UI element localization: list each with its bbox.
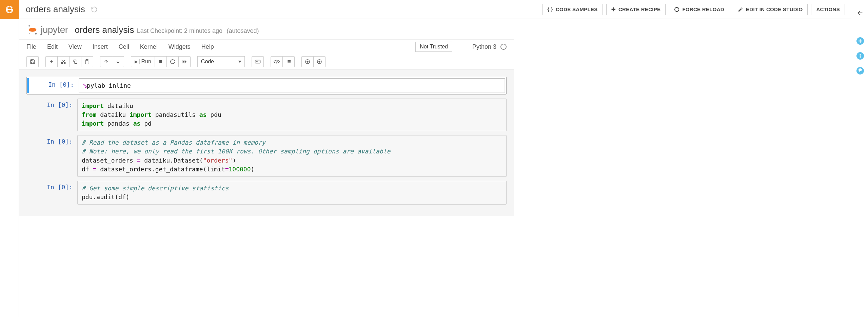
- save-button[interactable]: [26, 56, 39, 67]
- page-title: orders analysis: [26, 4, 85, 15]
- cell-input[interactable]: # Get some simple descriptive statistics…: [77, 181, 507, 205]
- cell-type-select[interactable]: Code: [197, 56, 245, 67]
- kernel-status-icon: [500, 44, 507, 50]
- run-label: Run: [141, 59, 151, 65]
- create-recipe-button[interactable]: ✚ CREATE RECIPE: [606, 4, 666, 15]
- edit-code-studio-button[interactable]: EDIT IN CODE STUDIO: [733, 4, 808, 15]
- menu-insert[interactable]: Insert: [93, 42, 108, 52]
- checkpoint-text: Last Checkpoint: 2 minutes ago: [137, 27, 222, 34]
- cell-prompt: In [0]:: [26, 181, 77, 205]
- force-reload-button[interactable]: FORCE RELOAD: [669, 4, 729, 15]
- chat-circle-icon[interactable]: [856, 66, 865, 75]
- notebook-wrapper: jupyter orders analysis Last Checkpoint:…: [19, 19, 852, 317]
- menu-items: File Edit View Insert Cell Kernel Widget…: [26, 42, 214, 52]
- svg-point-2: [35, 33, 37, 35]
- back-arrow-icon[interactable]: [855, 8, 865, 18]
- cell-input[interactable]: import dataiku from dataiku import panda…: [77, 99, 507, 131]
- cell-prompt: In [0]:: [26, 99, 77, 131]
- kernel-indicator[interactable]: Python 3: [466, 43, 507, 50]
- info-circle-icon[interactable]: [856, 51, 865, 60]
- menu-view[interactable]: View: [68, 42, 82, 52]
- menu-kernel[interactable]: Kernel: [140, 42, 158, 52]
- cell-input[interactable]: %pylab inline: [79, 78, 505, 93]
- cell-prompt: In [0]:: [26, 135, 77, 176]
- cell-input[interactable]: # Read the dataset as a Pandas dataframe…: [77, 135, 507, 176]
- restart-run-all-button[interactable]: [178, 56, 191, 67]
- kernel-name: Python 3: [472, 43, 496, 50]
- svg-point-4: [61, 62, 63, 64]
- button-label: EDIT IN CODE STUDIO: [746, 6, 803, 12]
- code-cell[interactable]: In [0]: import dataiku from dataiku impo…: [26, 99, 507, 131]
- jupyter-logo[interactable]: jupyter: [26, 24, 68, 36]
- interrupt-button[interactable]: [155, 56, 167, 67]
- menu-edit[interactable]: Edit: [47, 42, 58, 52]
- button-label: CODE SAMPLES: [556, 6, 598, 12]
- right-sidebar: [852, 0, 868, 317]
- code-cell[interactable]: In [0]: %pylab inline: [26, 77, 507, 94]
- jupyter-header: jupyter orders analysis Last Checkpoint:…: [19, 19, 514, 39]
- run-icon: ▶: [135, 59, 138, 64]
- braces-icon: { }: [547, 6, 553, 12]
- jupyter-brand-text: jupyter: [41, 24, 68, 35]
- autosave-text: (autosaved): [226, 27, 259, 34]
- button-label: CREATE RECIPE: [618, 6, 660, 12]
- svg-rect-6: [75, 61, 77, 63]
- svg-point-1: [28, 25, 30, 27]
- code-cell[interactable]: In [0]: # Get some simple descriptive st…: [26, 181, 507, 205]
- svg-point-12: [307, 61, 308, 62]
- copy-button[interactable]: [69, 56, 81, 67]
- svg-point-10: [276, 61, 277, 62]
- code-cell[interactable]: In [0]: # Read the dataset as a Pandas d…: [26, 135, 507, 176]
- move-down-button[interactable]: [112, 56, 124, 67]
- svg-point-14: [319, 61, 320, 62]
- svg-point-17: [860, 54, 861, 55]
- menu-file[interactable]: File: [26, 42, 36, 52]
- notebook-title[interactable]: orders analysis: [75, 25, 134, 35]
- run-button[interactable]: ▶| Run: [131, 56, 155, 67]
- pencil-icon: [738, 7, 743, 12]
- reload-icon: [674, 7, 679, 12]
- cell-type-value: Code: [197, 56, 245, 67]
- button-label: FORCE RELOAD: [682, 6, 724, 12]
- command-palette-button[interactable]: [252, 56, 264, 67]
- left-sidebar: [0, 0, 19, 317]
- cut-button[interactable]: [57, 56, 70, 67]
- insert-cell-button[interactable]: [45, 56, 58, 67]
- cells-area: In [0]: %pylab inline In [0]: import dat…: [19, 69, 514, 216]
- dataiku-logo[interactable]: [0, 0, 19, 19]
- jupyter-menubar: File Edit View Insert Cell Kernel Widget…: [19, 39, 514, 54]
- notebook-title-group: orders analysis Last Checkpoint: 2 minut…: [75, 25, 259, 35]
- cell-prompt: In [0]:: [28, 78, 79, 93]
- jupyter-logo-icon: [26, 24, 39, 36]
- list-button[interactable]: [282, 56, 295, 67]
- button-label: ACTIONS: [816, 6, 840, 12]
- svg-rect-8: [159, 60, 162, 63]
- code-samples-button[interactable]: { } CODE SAMPLES: [542, 4, 603, 15]
- svg-rect-7: [86, 59, 88, 60]
- restart-button[interactable]: [166, 56, 179, 67]
- menu-cell[interactable]: Cell: [119, 42, 129, 52]
- app-header: orders analysis { } CODE SAMPLES ✚ CREAT…: [19, 0, 852, 19]
- preview-button[interactable]: [271, 56, 283, 67]
- svg-point-3: [29, 33, 30, 34]
- extra-button-2[interactable]: [313, 56, 326, 67]
- menu-widgets[interactable]: Widgets: [169, 42, 191, 52]
- jupyter-toolbar: ▶| Run: [19, 54, 514, 69]
- plus-circle-icon[interactable]: [856, 37, 865, 45]
- header-buttons: { } CODE SAMPLES ✚ CREATE RECIPE FORCE R…: [542, 4, 845, 15]
- extra-button-1[interactable]: [301, 56, 314, 67]
- paste-button[interactable]: [81, 56, 93, 67]
- move-up-button[interactable]: [100, 56, 112, 67]
- plus-icon: ✚: [611, 6, 616, 13]
- actions-button[interactable]: ACTIONS: [811, 4, 845, 15]
- svg-rect-18: [860, 56, 861, 58]
- menu-help[interactable]: Help: [201, 42, 214, 52]
- trust-button[interactable]: Not Trusted: [415, 42, 452, 52]
- svg-point-0: [11, 6, 12, 8]
- refresh-icon[interactable]: [91, 6, 98, 13]
